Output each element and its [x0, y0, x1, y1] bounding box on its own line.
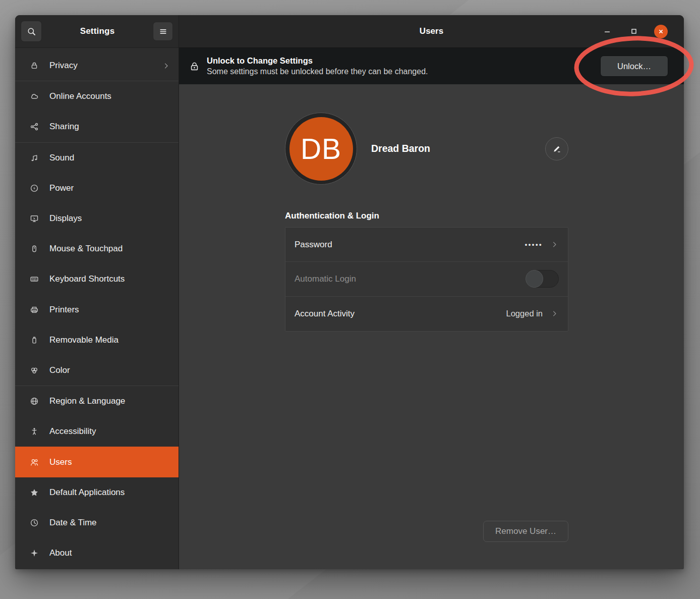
power-icon — [30, 184, 39, 193]
unlock-subtitle: Some settings must be unlocked before th… — [207, 67, 428, 76]
minimize-button[interactable] — [601, 25, 614, 38]
password-row[interactable]: Password••••• — [285, 228, 568, 262]
row-label: Account Activity — [295, 309, 355, 319]
avatar[interactable]: DB — [289, 117, 353, 181]
display-icon — [30, 214, 39, 223]
sidebar-item-online-accounts[interactable]: Online Accounts — [15, 81, 179, 112]
sidebar-item-label: Power — [49, 183, 74, 193]
sidebar-item-users[interactable]: Users — [15, 447, 179, 477]
row-label: Automatic Login — [295, 274, 356, 284]
sidebar-item-color[interactable]: Color — [15, 355, 179, 386]
sidebar: Settings PrivacyOnline AccountsSharingSo… — [15, 15, 179, 569]
sidebar-title: Settings — [42, 26, 153, 36]
cloud-icon — [30, 92, 39, 101]
row-value: Logged in — [506, 309, 543, 318]
users-icon — [30, 458, 39, 467]
sidebar-item-about[interactable]: About — [15, 538, 179, 568]
automatic-login-row[interactable]: Automatic Login — [285, 262, 568, 296]
sidebar-item-label: Mouse & Touchpad — [49, 244, 123, 254]
maximize-icon — [632, 29, 636, 33]
unlock-button[interactable]: Unlock… — [600, 56, 668, 77]
row-value: ••••• — [525, 241, 543, 248]
row-value-area: ••••• — [525, 240, 559, 249]
close-button[interactable] — [654, 25, 668, 38]
sidebar-item-label: About — [49, 548, 72, 558]
sidebar-item-label: Sound — [49, 153, 74, 163]
user-header-row: DB Dread Baron — [285, 113, 568, 185]
window-controls — [601, 25, 684, 38]
sidebar-item-label: Region & Language — [49, 396, 125, 406]
sidebar-item-displays[interactable]: Displays — [15, 203, 179, 234]
mouse-icon — [30, 244, 39, 253]
row-value-area: Logged in — [506, 309, 559, 318]
avatar-ring: DB — [285, 113, 357, 185]
section-title: Authentication & Login — [285, 211, 568, 221]
sound-icon — [30, 153, 39, 162]
sidebar-item-removable-media[interactable]: Removable Media — [15, 325, 179, 355]
sidebar-item-power[interactable]: Power — [15, 173, 179, 203]
sidebar-item-label: Date & Time — [49, 518, 97, 528]
unlock-title: Unlock to Change Settings — [207, 56, 428, 66]
user-full-name: Dread Baron — [371, 143, 430, 154]
users-page: DB Dread Baron Authentication & Login Pa… — [179, 84, 684, 569]
sidebar-item-keyboard-shortcuts[interactable]: Keyboard Shortcuts — [15, 264, 179, 294]
removable-icon — [30, 336, 39, 345]
chevron-right-icon — [550, 240, 559, 249]
chevron-right-icon — [162, 62, 170, 70]
keyboard-icon — [30, 275, 39, 284]
hamburger-icon — [159, 27, 167, 36]
settings-window: Settings PrivacyOnline AccountsSharingSo… — [15, 15, 684, 569]
row-value-area — [526, 270, 559, 288]
remove-user-button[interactable]: Remove User… — [483, 521, 568, 542]
sidebar-item-default-applications[interactable]: Default Applications — [15, 477, 179, 508]
search-button[interactable] — [21, 21, 42, 42]
sidebar-nav: PrivacyOnline AccountsSharingSoundPowerD… — [15, 48, 179, 569]
chevron-right-icon — [550, 309, 559, 318]
sidebar-item-privacy[interactable]: Privacy — [15, 50, 179, 81]
row-label: Password — [295, 240, 332, 250]
main-panel: Users Unlock to Change Settings Some set… — [179, 15, 684, 569]
lock-icon — [189, 61, 200, 72]
sidebar-item-label: Printers — [49, 305, 79, 315]
sidebar-item-label: Accessibility — [49, 426, 96, 437]
sidebar-item-region-language[interactable]: Region & Language — [15, 386, 179, 416]
sidebar-item-accessibility[interactable]: Accessibility — [15, 416, 179, 447]
account-activity-row[interactable]: Account ActivityLogged in — [285, 297, 568, 331]
globe-icon — [30, 397, 39, 406]
primary-menu-button[interactable] — [153, 22, 173, 41]
accessibility-icon — [30, 427, 39, 436]
lock-icon — [30, 61, 39, 70]
printer-icon — [30, 305, 39, 314]
edit-name-button[interactable] — [545, 137, 568, 160]
pencil-icon — [552, 144, 561, 153]
clock-icon — [30, 518, 39, 527]
sidebar-item-label: Displays — [49, 213, 82, 224]
sidebar-item-label: Keyboard Shortcuts — [49, 274, 125, 284]
sidebar-item-mouse-touchpad[interactable]: Mouse & Touchpad — [15, 234, 179, 264]
sidebar-item-label: Privacy — [49, 61, 78, 71]
sidebar-item-printers[interactable]: Printers — [15, 295, 179, 325]
headerbar: Users — [179, 15, 684, 48]
automatic-login-toggle[interactable] — [526, 270, 559, 288]
star-icon — [30, 488, 39, 497]
sidebar-item-label: Sharing — [49, 122, 79, 132]
maximize-button[interactable] — [627, 25, 640, 38]
sidebar-item-label: Users — [49, 457, 72, 467]
sidebar-header: Settings — [15, 15, 179, 48]
sidebar-item-sound[interactable]: Sound — [15, 143, 179, 173]
color-icon — [30, 366, 39, 375]
toggle-knob — [526, 270, 543, 288]
unlock-text: Unlock to Change Settings Some settings … — [207, 56, 428, 76]
sidebar-item-label: Default Applications — [49, 487, 125, 498]
sparkle-icon — [30, 549, 39, 558]
unlock-banner: Unlock to Change Settings Some settings … — [179, 48, 684, 84]
sidebar-item-label: Online Accounts — [49, 91, 111, 101]
close-icon — [660, 30, 662, 32]
sidebar-item-label: Color — [49, 365, 70, 375]
sidebar-item-date-time[interactable]: Date & Time — [15, 508, 179, 538]
sidebar-item-label: Removable Media — [49, 335, 119, 345]
sidebar-item-sharing[interactable]: Sharing — [15, 112, 179, 142]
auth-card: Password•••••Automatic LoginAccount Acti… — [285, 227, 568, 332]
content-column: DB Dread Baron Authentication & Login Pa… — [285, 113, 568, 332]
share-icon — [30, 122, 39, 131]
